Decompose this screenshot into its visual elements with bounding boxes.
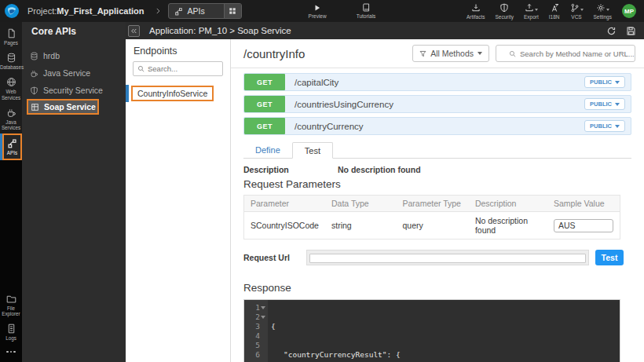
core-api-item-label: Soap Service [44,102,96,112]
sidebar-item-label: File Explorer [0,305,22,316]
i18n-button[interactable]: I18N [549,3,560,20]
request-url-label: Request Url [243,253,306,262]
operation-row[interactable]: GET /countriesUsingCurrency PUBLIC [243,95,631,113]
project-breadcrumb[interactable]: Project:My_First_Application [27,6,145,16]
request-url-field-wrap [306,250,589,265]
endpoint-item-label: CountryInfoService [131,86,214,101]
filter-icon [419,50,426,57]
sidebar-item-label: Java Services [0,119,22,130]
request-parameters-table: Parameter Data Type Parameter Type Descr… [243,195,620,240]
preview-label: Preview [309,13,327,19]
main-content: /countryInfo All Methods GET /capitalCit… [231,39,644,362]
application-breadcrumb: Application: PM_10 > Soap Service [149,26,291,35]
chevron-down-icon [478,52,482,55]
access-level-dropdown[interactable]: PUBLIC [584,98,625,110]
core-api-item-java-service[interactable]: Java Service [22,64,126,82]
grid-icon[interactable] [224,3,241,19]
methods-filter-dropdown[interactable]: All Methods [412,45,489,62]
upload-icon [525,3,534,13]
endpoint-list-item[interactable]: CountryInfoService [126,85,230,102]
column-header: Sample Value [547,196,620,212]
save-icon[interactable] [626,26,636,36]
sidebar-item-apis[interactable]: APIs [2,133,22,159]
tutorials-label: Tutorials [357,13,376,19]
parameter-type-cell: query [396,212,468,240]
sidebar-item-pages[interactable]: Pages [0,24,22,49]
sidebar-item-file-explorer[interactable]: File Explorer [0,290,22,320]
export-button[interactable]: Export [524,3,539,20]
language-icon [550,3,559,13]
soap-grid-icon [31,103,39,112]
core-api-item-security-service[interactable]: Security Service [22,82,126,99]
access-level-dropdown[interactable]: PUBLIC [584,120,625,132]
page-icon [6,28,16,38]
endpoints-search[interactable] [133,61,223,76]
http-method-badge: GET [244,74,285,90]
i18n-label: I18N [549,14,560,20]
database-icon [30,52,38,60]
sidebar-item-label: Pages [0,40,22,46]
shield-icon [499,3,509,13]
collapse-panel-icon[interactable] [128,25,140,37]
description-cell: No description found [469,212,547,240]
user-avatar[interactable]: MP [622,4,636,18]
method-search[interactable] [496,45,635,62]
sidebar-item-logs[interactable]: Logs [0,320,22,344]
fold-icon[interactable] [261,316,265,319]
test-button[interactable]: Test [595,250,624,265]
app-logo-icon[interactable] [4,3,20,19]
sidebar-item-java-services[interactable]: Java Services [0,104,22,133]
http-method-badge: GET [244,118,285,134]
parameter-name-cell: SCountryISOCode [244,212,325,240]
tab-define[interactable]: Define [243,142,292,158]
left-navigation-rail: Pages Databases Web Services Java Servic… [0,22,22,362]
export-label: Export [524,14,539,20]
sidebar-item-web-services[interactable]: Web Services [0,73,22,103]
core-apis-title: Core APIs [22,22,126,41]
security-button[interactable]: Security [495,3,513,20]
chevron-down-icon [615,81,620,84]
response-code-editor[interactable]: 1 2 3 4 5 6 { "countryCurrencyResult": {… [243,299,620,362]
endpoints-search-input[interactable] [148,64,214,73]
code-line: "countryCurrencyResult": { [271,350,620,360]
description-label: Description [243,165,338,174]
request-url-input[interactable] [309,254,586,263]
book-icon [362,3,371,12]
artifacts-button[interactable]: Artifacts [467,3,485,20]
tab-apis[interactable]: APIs [168,3,242,19]
response-json-code: { "countryCurrencyResult": { "sName": "A… [268,300,620,362]
chevron-right-icon [154,7,162,15]
access-level-label: PUBLIC [590,79,612,86]
vcs-button[interactable]: VCS [570,3,584,20]
fold-icon[interactable] [261,306,265,309]
method-search-input[interactable] [520,49,635,58]
access-level-label: PUBLIC [590,122,612,130]
sidebar-item-label: Logs [0,335,22,341]
play-icon [313,4,321,12]
project-name: My_First_Application [57,6,144,16]
search-icon [509,50,516,57]
tutorials-button[interactable]: Tutorials [357,3,376,19]
sidebar-item-label: Databases [0,64,22,70]
tab-test[interactable]: Test [292,142,333,159]
column-header: Data Type [325,196,396,212]
database-icon [6,53,16,63]
settings-button[interactable]: Settings [594,3,613,20]
sample-value-input[interactable] [554,219,613,232]
branch-icon [570,3,580,13]
endpoints-title: Endpoints [126,39,230,61]
preview-button[interactable]: Preview [309,4,327,19]
refresh-icon[interactable] [606,26,617,36]
operation-row[interactable]: GET /countryCurrency PUBLIC [243,117,631,135]
operation-path: /capitalCity [285,78,584,87]
api-icon [7,138,17,148]
access-level-dropdown[interactable]: PUBLIC [584,76,625,88]
core-api-item-soap-service[interactable]: Soap Service [27,99,99,115]
active-indicator [126,85,129,102]
chevron-down-icon [615,103,620,106]
core-api-item-hrdb[interactable]: hrdb [22,47,126,64]
folder-icon [6,294,16,304]
sidebar-item-databases[interactable]: Databases [0,49,22,73]
more-menu-icon[interactable] [0,345,22,360]
operation-row[interactable]: GET /capitalCity PUBLIC [243,73,631,91]
